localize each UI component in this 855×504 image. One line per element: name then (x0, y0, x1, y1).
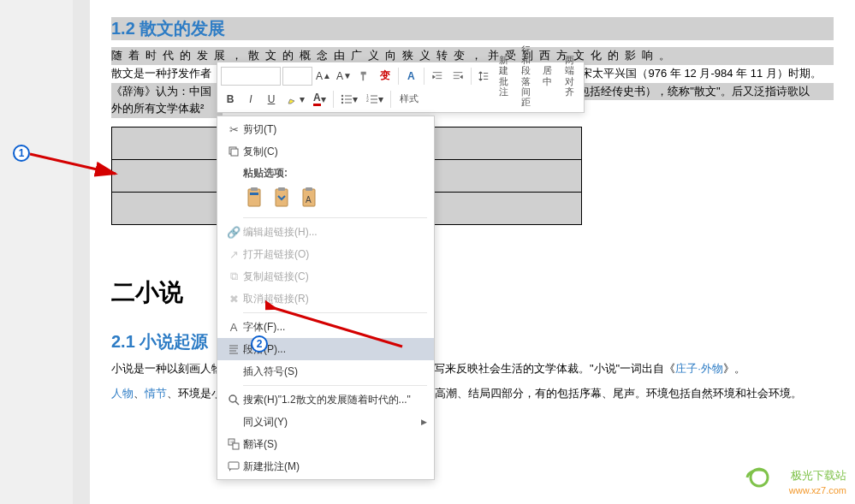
paste-text-only-button[interactable]: A (298, 186, 320, 210)
ctx-translate[interactable]: 字 翻译(S) (217, 433, 434, 455)
svg-rect-11 (278, 187, 285, 191)
heading-1-2: 1.2 散文的发展 (111, 17, 834, 40)
comment-icon (224, 460, 243, 472)
indent-decrease-button[interactable] (428, 66, 447, 86)
line-para-spacing-button[interactable]: 行和段落 间距 (515, 66, 537, 86)
svg-rect-6 (231, 149, 238, 156)
italic-button[interactable]: I (241, 89, 260, 110)
link-copy-icon: ⧉ (224, 270, 243, 283)
svg-text:2: 2 (366, 98, 369, 103)
ctx-search[interactable]: 搜索(H)"1.2散文的发展随着时代的..." (217, 388, 434, 411)
ctx-synonyms[interactable]: 同义词(Y) ▶ (217, 411, 434, 433)
new-comment-button[interactable]: 新建 批注 (495, 66, 514, 86)
bullets-button[interactable]: ▾ (337, 89, 361, 110)
highlight-button[interactable]: ▾ (282, 89, 308, 110)
ctx-paragraph[interactable]: 段落(P)... (217, 338, 434, 360)
svg-text:字: 字 (230, 440, 235, 445)
center-button[interactable]: 居中 (538, 66, 557, 86)
paragraph-4: 外的所有文学体裁² (111, 100, 223, 118)
vertical-ruler (73, 0, 90, 504)
search-icon (224, 394, 243, 406)
line-spacing-button[interactable] (474, 66, 493, 86)
link-renwu[interactable]: 人物 (111, 387, 134, 400)
svg-point-1 (341, 98, 342, 99)
svg-point-15 (229, 395, 236, 402)
shrink-font-button[interactable]: A▼ (335, 66, 353, 86)
translate-icon: 字 (224, 438, 243, 450)
font-icon: A (224, 321, 243, 334)
svg-rect-7 (248, 189, 260, 206)
svg-rect-13 (306, 187, 312, 191)
ctx-new-comment[interactable]: 新建批注(M) (217, 455, 434, 477)
svg-point-2 (341, 101, 342, 103)
font-color-button-2[interactable]: A▾ (310, 89, 330, 110)
underline-button[interactable]: U (262, 89, 281, 110)
paragraph-icon (224, 343, 243, 355)
link-remove-icon: ✖ (224, 293, 243, 305)
svg-text:A: A (306, 195, 312, 205)
link-qingjie[interactable]: 情节 (145, 387, 167, 400)
font-size-combo[interactable] (282, 67, 312, 86)
link-edit-icon: 🔗 (224, 226, 243, 239)
mini-toolbar: A▲ A▼ 变 A 新建 批注 行和段落 间距 居中 两端对齐 B I U ▾ (217, 62, 585, 113)
svg-rect-9 (250, 193, 258, 195)
ctx-copy[interactable]: 复制(C) (217, 140, 434, 163)
scissors-icon: ✂ (224, 123, 243, 136)
styles-button[interactable]: 样式 (395, 89, 424, 110)
ctx-remove-hyperlink: ✖ 取消超链接(R) (217, 288, 434, 310)
copy-icon (224, 145, 243, 157)
ctx-copy-hyperlink: ⧉ 复制超链接(C) (217, 265, 434, 288)
link-zhuangzi[interactable]: 庄子·外物 (675, 362, 723, 375)
link-open-icon: ↗ (224, 248, 243, 261)
paste-options-row: A (217, 182, 434, 215)
annotation-badge-1: 1 (13, 145, 30, 162)
para3-prefix: 《辞海》认为：中国 (111, 85, 211, 98)
format-painter-button[interactable] (355, 66, 374, 86)
grow-font-button[interactable]: A▲ (314, 66, 333, 86)
svg-rect-8 (251, 187, 258, 191)
watermark: 极光下载站 www.xz7.com (744, 464, 846, 495)
svg-point-0 (341, 94, 342, 96)
paste-merge-button[interactable] (270, 186, 293, 210)
annotation-badge-2: 2 (251, 335, 268, 353)
ctx-edit-hyperlink: 🔗 编辑超链接(H)... (217, 221, 434, 243)
svg-rect-10 (276, 189, 288, 206)
chevron-right-icon: ▶ (421, 418, 427, 426)
font-color-button[interactable]: A (401, 66, 420, 86)
ctx-font[interactable]: A 字体(F)... (217, 316, 434, 338)
ctx-open-hyperlink: ↗ 打开超链接(O) (217, 243, 434, 265)
ctx-cut[interactable]: ✂ 剪切(T) (217, 118, 434, 140)
bold-button[interactable]: B (221, 89, 240, 110)
phonetic-guide-button[interactable]: 变 (376, 66, 395, 86)
svg-rect-19 (229, 462, 239, 469)
context-menu: ✂ 剪切(T) 复制(C) 粘贴选项: A 🔗 编辑超链接(H)... ↗ 打开… (217, 116, 435, 480)
font-name-combo[interactable] (221, 67, 281, 86)
numbering-button[interactable]: 12▾ (363, 89, 387, 110)
justify-button[interactable]: 两端对齐 (559, 66, 580, 86)
paste-keep-source-button[interactable] (243, 186, 265, 210)
para2-prefix: 散文是一种抒发作者 (111, 67, 211, 80)
paste-options-heading: 粘贴选项: (217, 163, 434, 182)
ctx-insert-symbol[interactable]: 插入符号(S) (217, 360, 434, 382)
indent-increase-button[interactable] (448, 66, 467, 86)
